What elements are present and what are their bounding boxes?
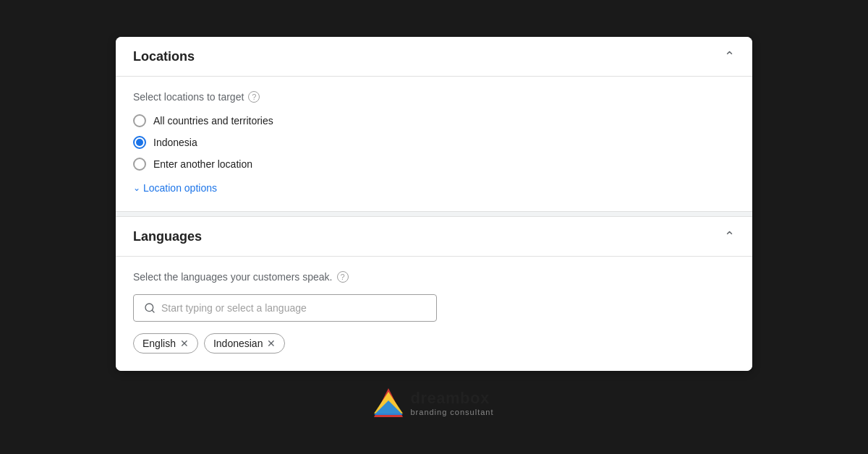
locations-help-icon[interactable]: ? bbox=[248, 91, 260, 103]
languages-body: Select the languages your customers spea… bbox=[116, 257, 752, 371]
locations-label: Select locations to target ? bbox=[133, 91, 735, 103]
language-search-input[interactable] bbox=[161, 302, 426, 314]
tag-indonesian: Indonesian ✕ bbox=[204, 333, 286, 354]
tag-english-label: English bbox=[142, 338, 176, 349]
radio-option-all[interactable]: All countries and territories bbox=[133, 114, 735, 127]
locations-collapse-icon[interactable]: ⌃ bbox=[724, 48, 735, 64]
languages-collapse-icon[interactable]: ⌃ bbox=[724, 228, 735, 244]
brand-subtitle: branding consultant bbox=[410, 408, 493, 416]
radio-outer-indonesia bbox=[133, 136, 146, 149]
language-search-box[interactable] bbox=[133, 294, 437, 322]
dreambox-logo-icon bbox=[374, 388, 403, 417]
language-tags-row: English ✕ Indonesian ✕ bbox=[133, 333, 735, 354]
languages-header: Languages ⌃ bbox=[116, 217, 752, 257]
radio-option-other[interactable]: Enter another location bbox=[133, 158, 735, 171]
tag-indonesian-remove[interactable]: ✕ bbox=[267, 338, 276, 348]
branding: dreambox branding consultant bbox=[374, 388, 493, 417]
languages-help-icon[interactable]: ? bbox=[337, 271, 349, 283]
section-divider bbox=[116, 211, 752, 217]
location-options-link[interactable]: ⌄ Location options bbox=[133, 182, 217, 194]
radio-label-all: All countries and territories bbox=[153, 115, 273, 127]
tag-indonesian-label: Indonesian bbox=[213, 338, 263, 349]
locations-section: Locations ⌃ Select locations to target ?… bbox=[116, 37, 752, 211]
locations-title: Locations bbox=[133, 49, 195, 64]
tag-english: English ✕ bbox=[133, 333, 198, 354]
locations-body: Select locations to target ? All countri… bbox=[116, 77, 752, 211]
radio-inner-indonesia bbox=[136, 139, 143, 146]
languages-label: Select the languages your customers spea… bbox=[133, 271, 735, 283]
brand-text: dreambox branding consultant bbox=[410, 389, 493, 416]
languages-title: Languages bbox=[133, 229, 202, 244]
radio-outer-all bbox=[133, 114, 146, 127]
chevron-down-icon: ⌄ bbox=[133, 183, 140, 193]
page-wrapper: Locations ⌃ Select locations to target ?… bbox=[0, 0, 868, 454]
tag-english-remove[interactable]: ✕ bbox=[180, 338, 189, 348]
svg-line-1 bbox=[152, 310, 154, 312]
brand-name: dreambox bbox=[410, 389, 493, 408]
search-icon bbox=[144, 302, 156, 314]
languages-section: Languages ⌃ Select the languages your cu… bbox=[116, 217, 752, 371]
settings-card: Locations ⌃ Select locations to target ?… bbox=[116, 37, 752, 371]
locations-header: Locations ⌃ bbox=[116, 37, 752, 77]
radio-label-other: Enter another location bbox=[153, 158, 252, 170]
locations-radio-group: All countries and territories Indonesia … bbox=[133, 114, 735, 171]
radio-outer-other bbox=[133, 158, 146, 171]
radio-option-indonesia[interactable]: Indonesia bbox=[133, 136, 735, 149]
radio-label-indonesia: Indonesia bbox=[153, 137, 197, 148]
